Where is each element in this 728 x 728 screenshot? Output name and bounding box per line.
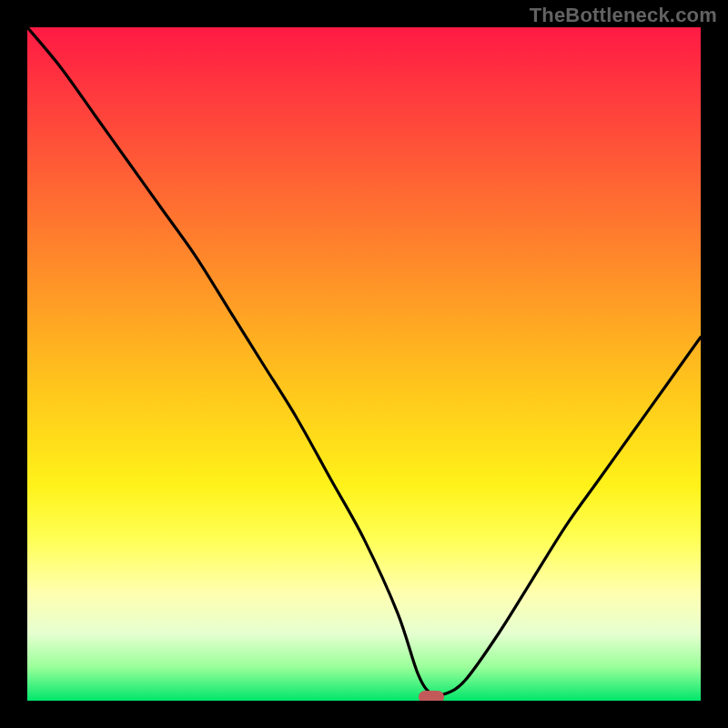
plot-area [27,27,701,701]
optimal-point-marker [419,691,444,701]
bottleneck-curve [27,27,701,701]
watermark-text: TheBottleneck.com [530,4,717,27]
chart-frame: TheBottleneck.com [0,0,728,728]
